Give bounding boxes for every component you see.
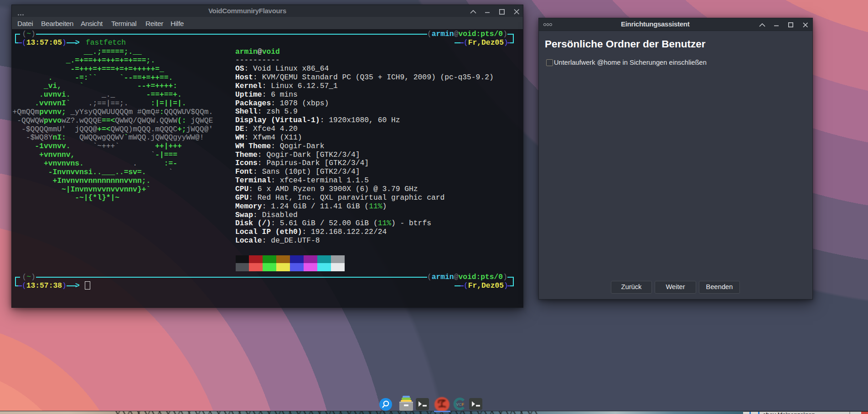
- svg-text:VCF: VCF: [456, 402, 465, 407]
